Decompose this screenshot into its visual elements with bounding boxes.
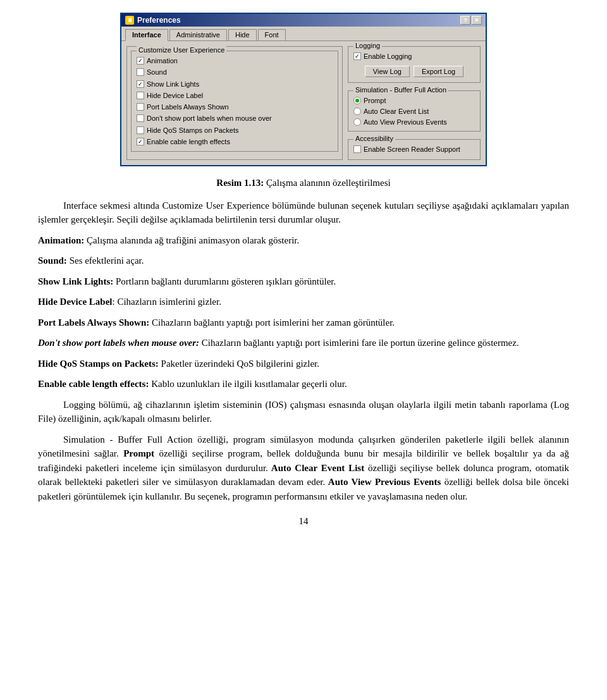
sound-checkbox[interactable] (137, 68, 144, 76)
figure-title: Çalışma alanının özelleştirilmesi (266, 178, 391, 188)
auto-view-term: Auto View Previous Events (325, 477, 441, 487)
figure-caption: Resim 1.13: Çalışma alanının özelleştiri… (38, 178, 569, 188)
enable-cable-checkbox[interactable] (137, 138, 144, 145)
body-animation: Animation: Çalışma alanında ağ trafiğini… (38, 233, 569, 248)
body-dont-show-port-labels: Don't show port labels when mouse over: … (38, 336, 569, 350)
auto-view-radio-item: Auto View Previous Events (353, 118, 475, 126)
tab-hide[interactable]: Hide (228, 29, 257, 40)
accessibility-group: Accessibility Enable Screen Reader Suppo… (348, 139, 481, 159)
enable-cable-label: Enable cable length effects (147, 137, 230, 146)
hide-qos-checkbox-item: Hide QoS Stamps on Packets (137, 126, 333, 135)
prompt-radio[interactable] (353, 97, 361, 104)
accessibility-group-label: Accessibility (353, 135, 395, 142)
hide-qos-term: Hide QoS Stamps on Packets: (38, 359, 159, 369)
tab-interface[interactable]: Interface (125, 29, 168, 41)
prompt-label: Prompt (364, 97, 386, 104)
body-port-labels-always: Port Labels Always Shown: Cihazların bağ… (38, 316, 569, 330)
enable-logging-checkbox-item: Enable Logging (353, 52, 475, 61)
dont-show-port-labels-label: Don't show port labels when mouse over (147, 114, 272, 123)
auto-clear-term: Auto Clear Event List (268, 463, 364, 473)
simulation-group: Simulation - Buffer Full Action Prompt A… (348, 90, 481, 132)
close-button[interactable]: ✕ (472, 16, 482, 25)
sound-term: Sound: (38, 255, 67, 266)
body-hide-device-label: Hide Device Label: Cihazların isimlerini… (38, 295, 569, 309)
app-icon: 🖥 (125, 16, 134, 25)
logging-group: Logging Enable Logging View Log Export L… (348, 46, 481, 83)
port-labels-always-label: Port Labels Always Shown (147, 102, 229, 111)
dont-show-port-labels-checkbox[interactable] (137, 114, 144, 122)
port-labels-always-checkbox[interactable] (137, 103, 144, 111)
titlebar-left: 🖥 Preferences (125, 16, 181, 25)
body-intro: Interface sekmesi altında Customize User… (38, 199, 569, 227)
auto-view-radio[interactable] (353, 118, 361, 126)
auto-clear-radio[interactable] (353, 107, 361, 115)
port-labels-always-checkbox-item: Port Labels Always Shown (137, 102, 333, 111)
screen-reader-checkbox[interactable] (353, 145, 361, 153)
left-panel: Customize User Experience Animation Soun… (126, 46, 343, 160)
auto-clear-label: Auto Clear Event List (364, 107, 429, 115)
prompt-radio-item: Prompt (353, 97, 475, 104)
body-show-link-lights: Show Link Lights: Portların bağlantı dur… (38, 274, 569, 289)
animation-label: Animation (147, 56, 178, 65)
dialog-wrapper: 🖥 Preferences ? ✕ Interface Administrati… (38, 13, 569, 166)
view-log-button[interactable]: View Log (365, 66, 410, 77)
body-hide-qos: Hide QoS Stamps on Packets: Paketler üze… (38, 357, 569, 371)
screen-reader-label: Enable Screen Reader Support (364, 145, 460, 154)
hide-device-label-checkbox-item: Hide Device Label (137, 91, 333, 100)
hide-qos-checkbox[interactable] (137, 126, 144, 134)
right-panel: Logging Enable Logging View Log Export L… (348, 46, 481, 160)
hide-device-label-checkbox[interactable] (137, 92, 144, 99)
animation-checkbox-item: Animation (137, 56, 333, 65)
export-log-button[interactable]: Export Log (414, 66, 463, 77)
hide-device-label-label: Hide Device Label (147, 91, 203, 100)
body-enable-cable: Enable cable length effects: Kablo uzunl… (38, 377, 569, 391)
dialog-body: Customize User Experience Animation Soun… (121, 40, 486, 165)
dialog-tabs: Interface Administrative Hide Font (121, 27, 486, 40)
enable-logging-label: Enable Logging (364, 52, 412, 61)
log-buttons: View Log Export Log (353, 66, 475, 77)
sound-label: Sound (147, 68, 167, 77)
customize-group-label: Customize User Experience (137, 46, 226, 54)
help-button[interactable]: ? (460, 16, 470, 25)
screen-reader-checkbox-item: Enable Screen Reader Support (353, 145, 475, 154)
body-sound: Sound: Ses efektlerini açar. (38, 254, 569, 268)
hide-device-label-term: Hide Device Label (38, 297, 112, 307)
dont-show-port-labels-checkbox-item: Don't show port labels when mouse over (137, 114, 333, 123)
show-link-lights-label: Show Link Lights (147, 80, 199, 89)
show-link-lights-checkbox[interactable] (137, 80, 144, 88)
body-simulation: Simulation - Buffer Full Action özelliği… (38, 433, 569, 504)
dialog-titlebar: 🖥 Preferences ? ✕ (121, 14, 486, 27)
prompt-term: Prompt (119, 448, 154, 458)
preferences-dialog: 🖥 Preferences ? ✕ Interface Administrati… (120, 13, 487, 166)
dont-show-port-labels-term: Don't show port labels when mouse over: (38, 338, 199, 348)
page-number: 14 (38, 516, 569, 527)
tab-font[interactable]: Font (258, 29, 286, 40)
auto-clear-radio-item: Auto Clear Event List (353, 107, 475, 115)
customize-group: Customize User Experience Animation Soun… (131, 51, 338, 152)
enable-logging-checkbox[interactable] (353, 52, 361, 60)
figure-label: Resim 1.13: (216, 178, 264, 188)
tab-administrative[interactable]: Administrative (169, 29, 227, 40)
hide-qos-label: Hide QoS Stamps on Packets (147, 126, 239, 135)
logging-group-label: Logging (353, 42, 382, 49)
body-logging: Logging bölümü, ağ cihazlarının işletim … (38, 398, 569, 426)
simulation-group-label: Simulation - Buffer Full Action (353, 86, 448, 94)
port-labels-always-term: Port Labels Always Shown: (38, 317, 149, 328)
dialog-title: Preferences (137, 16, 181, 25)
auto-view-label: Auto View Previous Events (364, 118, 447, 126)
enable-cable-term: Enable cable length effects: (38, 379, 149, 389)
titlebar-buttons: ? ✕ (460, 16, 482, 25)
show-link-lights-checkbox-item: Show Link Lights (137, 80, 333, 89)
animation-checkbox[interactable] (137, 57, 144, 64)
sound-checkbox-item: Sound (137, 68, 333, 77)
enable-cable-checkbox-item: Enable cable length effects (137, 137, 333, 146)
animation-term: Animation: (38, 235, 84, 245)
show-link-lights-term: Show Link Lights: (38, 276, 113, 286)
page-container: 🖥 Preferences ? ✕ Interface Administrati… (0, 0, 607, 552)
